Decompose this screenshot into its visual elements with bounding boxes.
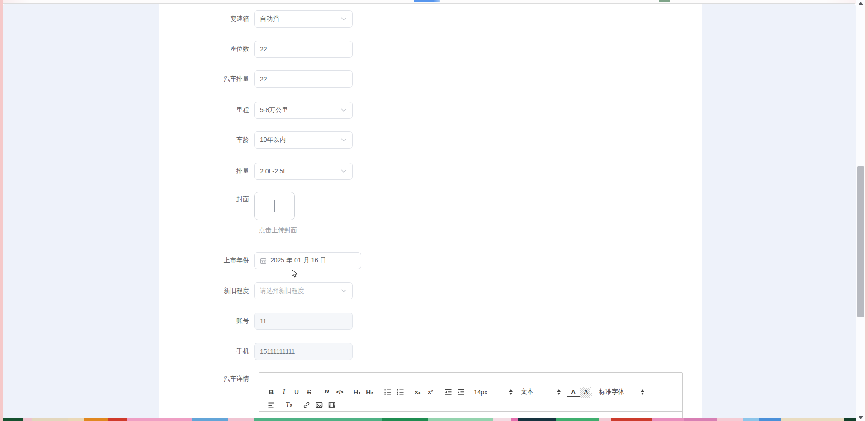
video-icon[interactable] <box>326 400 338 411</box>
left-background-panel <box>3 4 159 418</box>
chevron-down-icon <box>341 17 347 21</box>
car-age-label: 车龄 <box>159 136 254 144</box>
spinner-arrows-icon <box>509 389 513 395</box>
app-viewport: 变速箱 自动挡 座位数 22 汽车排量 22 里程 5-8万公里 车龄 <box>0 0 868 421</box>
calendar-icon <box>260 257 267 264</box>
phone-label: 手机 <box>159 347 254 356</box>
market-year-date-picker[interactable]: 2025 年 01 月 16 日 <box>254 252 361 269</box>
link-icon[interactable] <box>300 400 313 411</box>
window-frame-right <box>865 0 868 421</box>
form-row-mileage: 里程 5-8万公里 <box>159 102 353 119</box>
header-style-picker[interactable]: 文本 <box>519 387 562 398</box>
mileage-label: 里程 <box>159 106 254 114</box>
seats-input[interactable]: 22 <box>254 41 353 58</box>
chevron-down-icon <box>341 169 347 173</box>
form-row-cover: 封面 <box>159 192 295 220</box>
font-size-picker[interactable]: 14px <box>472 387 514 398</box>
chevron-down-icon <box>341 108 347 112</box>
form-row-phone: 手机 15111111111 <box>159 343 353 360</box>
form-row-market-year: 上市年份 2025 年 01 月 16 日 <box>159 252 361 269</box>
scrollbar-thumb[interactable] <box>857 166 864 317</box>
form-row-displacement-range: 排量 2.0L-2.5L <box>159 163 353 180</box>
italic-button[interactable]: I <box>278 387 290 398</box>
displacement-range-select[interactable]: 2.0L-2.5L <box>254 163 353 180</box>
ordered-list-icon[interactable] <box>381 387 394 398</box>
clear-format-button[interactable]: Tx <box>283 400 295 411</box>
bold-button[interactable]: B <box>265 387 278 398</box>
spinner-arrows-icon <box>641 389 644 395</box>
top-edge-strip <box>3 0 865 4</box>
heading2-button[interactable]: H₂ <box>363 387 376 398</box>
engine-displacement-label: 汽车排量 <box>159 75 254 83</box>
plus-icon <box>268 200 281 212</box>
condition-select[interactable]: 请选择新旧程度 <box>254 282 353 299</box>
outdent-icon[interactable] <box>442 387 454 398</box>
cover-label: 封面 <box>159 192 254 204</box>
heading1-button[interactable]: H₁ <box>351 387 363 398</box>
top-divider-line <box>3 3 855 4</box>
editor-toolbar-row-2: Tx <box>265 398 682 412</box>
transmission-label: 变速箱 <box>159 15 254 23</box>
scrollbar-down-arrow-icon[interactable] <box>859 416 863 419</box>
form-row-engine-displacement: 汽车排量 22 <box>159 70 353 88</box>
subscript-button[interactable]: x₂ <box>411 387 424 398</box>
scrollbar-up-arrow-icon[interactable] <box>859 2 863 5</box>
text-color-button[interactable]: A <box>567 388 580 397</box>
form-row-car-age: 车龄 10年以内 <box>159 131 353 149</box>
chevron-down-icon <box>341 138 347 142</box>
indent-icon[interactable] <box>454 387 467 398</box>
form-row-transmission: 变速箱 自动挡 <box>159 10 353 28</box>
blockquote-button[interactable]: ” <box>321 385 333 399</box>
window-frame-left <box>0 0 3 421</box>
vertical-scrollbar[interactable] <box>856 0 865 421</box>
form-row-seats: 座位数 22 <box>159 41 353 58</box>
font-family-picker[interactable]: 标准字体 <box>597 387 646 398</box>
displacement-range-label: 排量 <box>159 167 254 175</box>
chevron-down-icon <box>341 289 347 293</box>
strikethrough-button[interactable]: S <box>303 387 316 398</box>
bullet-list-icon[interactable] <box>394 387 406 398</box>
account-input: 11 <box>254 313 353 330</box>
top-green-bar <box>659 0 670 2</box>
car-detail-label: 汽车详情 <box>159 375 254 383</box>
spinner-arrows-icon <box>557 389 561 395</box>
form-row-condition: 新旧程度 请选择新旧程度 <box>159 282 353 299</box>
editor-toolbar-row-1: B I U S ” </> H₁ H₂ <box>265 385 682 398</box>
editor-toolbar: B I U S ” </> H₁ H₂ <box>259 383 682 412</box>
superscript-button[interactable]: x² <box>424 387 437 398</box>
cover-upload-button[interactable] <box>254 192 295 220</box>
form-row-account: 账号 11 <box>159 313 353 330</box>
car-detail-editor[interactable]: B I U S ” </> H₁ H₂ <box>259 372 683 421</box>
right-background-panel <box>702 4 856 418</box>
image-icon[interactable] <box>313 400 326 411</box>
editor-title-line[interactable] <box>259 373 682 383</box>
top-blue-bar <box>414 0 440 2</box>
condition-label: 新旧程度 <box>159 287 254 295</box>
phone-input: 15111111111 <box>254 343 353 360</box>
engine-displacement-input[interactable]: 22 <box>254 70 353 88</box>
highlight-color-button[interactable]: A <box>580 387 592 398</box>
form-row-car-detail: 汽车详情 <box>159 375 254 383</box>
underline-button[interactable]: U <box>290 387 303 398</box>
transmission-select[interactable]: 自动挡 <box>254 10 353 28</box>
align-icon[interactable] <box>265 400 278 411</box>
market-year-label: 上市年份 <box>159 257 254 265</box>
seats-label: 座位数 <box>159 45 254 53</box>
code-block-button[interactable]: </> <box>333 387 346 398</box>
mouse-cursor <box>292 269 298 278</box>
mileage-select[interactable]: 5-8万公里 <box>254 102 353 119</box>
bottom-image-strip <box>3 418 856 421</box>
car-age-select[interactable]: 10年以内 <box>254 131 353 149</box>
cover-upload-hint: 点击上传封面 <box>259 226 297 234</box>
account-label: 账号 <box>159 317 254 325</box>
